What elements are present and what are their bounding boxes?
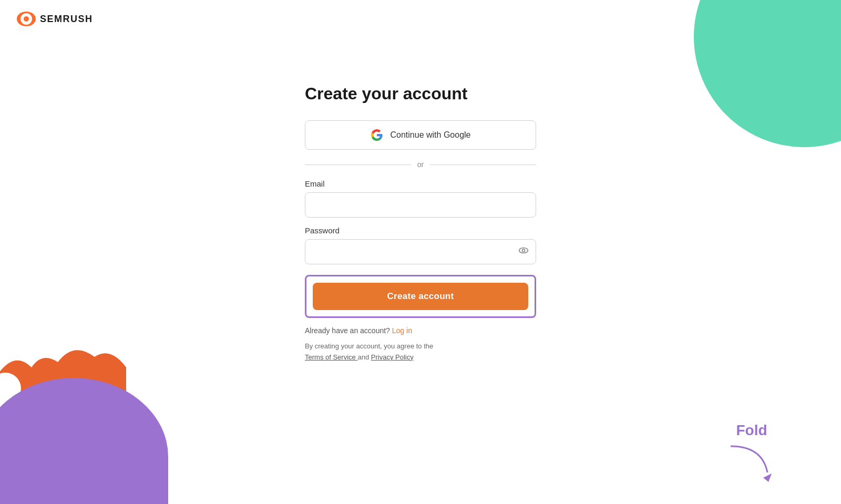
or-divider: or [305, 160, 536, 169]
toggle-password-icon[interactable] [518, 245, 529, 259]
svg-rect-4 [762, 179, 804, 205]
cta-box: Create account [305, 275, 536, 318]
semrush-logo-icon [17, 12, 36, 26]
fold-text: Fold [736, 422, 767, 439]
signup-form: Create your account Continue with Google… [305, 84, 536, 363]
divider-text: or [417, 160, 424, 169]
decorative-purple-circle [0, 378, 168, 504]
divider-line-left [305, 164, 411, 165]
continue-with-google-button[interactable]: Continue with Google [305, 120, 536, 150]
svg-point-2 [24, 16, 29, 22]
create-account-label: Create account [387, 291, 454, 301]
fold-arrow-icon [725, 441, 778, 483]
email-label: Email [305, 179, 536, 188]
terms-of-service-link[interactable]: Terms of Service [305, 353, 357, 361]
svg-rect-5 [741, 168, 762, 189]
password-label: Password [305, 226, 536, 235]
log-in-link[interactable]: Log in [392, 326, 412, 335]
svg-point-8 [519, 248, 528, 253]
google-g-icon [371, 129, 383, 141]
page-title: Create your account [305, 84, 536, 104]
password-wrapper [305, 239, 536, 264]
terms-text: By creating your account, you agree to t… [305, 341, 536, 363]
password-input[interactable] [305, 239, 536, 264]
svg-point-3 [694, 0, 841, 147]
privacy-policy-link[interactable]: Privacy Policy [371, 353, 414, 361]
divider-line-right [430, 164, 536, 165]
email-input[interactable] [305, 192, 536, 218]
svg-marker-7 [763, 474, 772, 482]
google-button-label: Continue with Google [391, 130, 471, 140]
already-have-account-text: Already have an account? Log in [305, 326, 536, 335]
fold-annotation: Fold [725, 422, 778, 483]
create-account-button[interactable]: Create account [313, 283, 528, 310]
svg-point-9 [522, 249, 525, 252]
logo: SEMRUSH [17, 12, 93, 26]
login-prefix: Already have an account? [305, 326, 390, 335]
logo-text: SEMRUSH [40, 14, 93, 25]
